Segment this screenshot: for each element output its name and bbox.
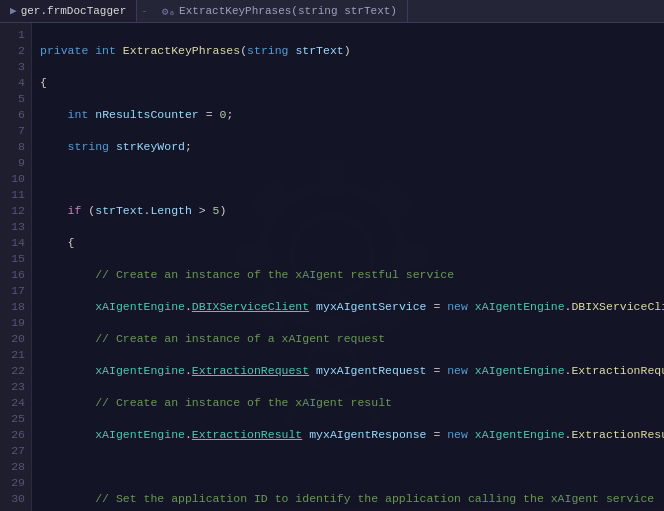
tab-right-label: ExtractKeyPhrases(string strText) [179,5,397,17]
tab-right-icon: ⚙ₐ [162,5,175,18]
code-area: 12345 678910 1112131415 1617181920 21222… [0,23,664,511]
tab-left-label: ger.frmDocTagger [21,5,127,17]
tab-divider: - [137,5,152,17]
code-content[interactable]: private int ExtractKeyPhrases(string str… [32,23,664,511]
editor-container: ▶ ger.frmDocTagger - ⚙ₐ ExtractKeyPhrase… [0,0,664,511]
tab-right[interactable]: ⚙ₐ ExtractKeyPhrases(string strText) [152,0,408,22]
tab-left[interactable]: ▶ ger.frmDocTagger [0,0,137,22]
tab-left-icon: ▶ [10,4,17,17]
line-numbers: 12345 678910 1112131415 1617181920 21222… [0,23,32,511]
tab-bar: ▶ ger.frmDocTagger - ⚙ₐ ExtractKeyPhrase… [0,0,664,23]
